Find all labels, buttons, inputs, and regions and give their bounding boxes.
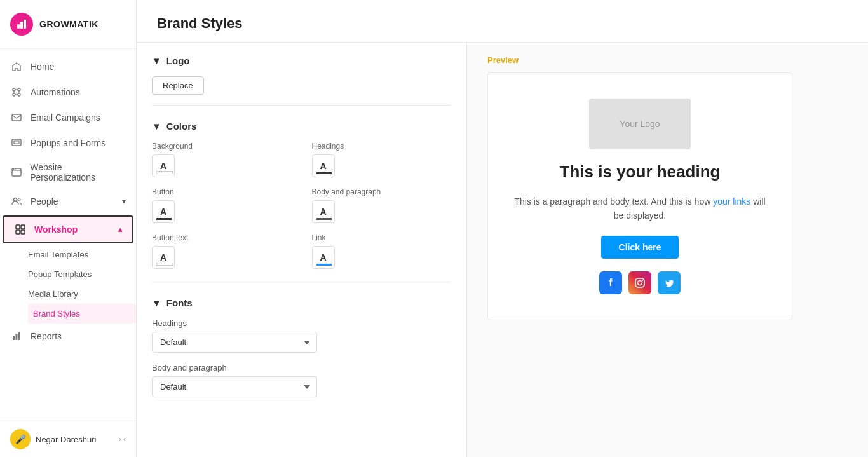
popup-icon bbox=[10, 137, 23, 149]
workshop-chevron: ▴ bbox=[118, 225, 122, 234]
para-link[interactable]: your links bbox=[713, 196, 750, 207]
colors-section-header[interactable]: ▼ Colors bbox=[152, 121, 451, 132]
preview-para: This is a paragraph and body text. And t… bbox=[508, 194, 771, 223]
fonts-section-header[interactable]: ▼ Fonts bbox=[152, 297, 451, 308]
svg-point-5 bbox=[13, 93, 15, 96]
user-footer[interactable]: 🎤 Negar Dareshuri › ‹ bbox=[0, 421, 136, 457]
color-item-link: Link A bbox=[312, 233, 452, 269]
logo-arrow: ▼ bbox=[152, 55, 161, 66]
sidebar-nav: Home Automations Email Campaigns Popups … bbox=[0, 49, 136, 421]
twitter-icon[interactable] bbox=[658, 271, 681, 294]
website-icon bbox=[10, 166, 22, 179]
sidebar-item-website-personalizations[interactable]: Website Personalizations bbox=[0, 156, 136, 189]
workshop-label: Workshop bbox=[34, 224, 78, 235]
body-para-swatch[interactable]: A bbox=[312, 200, 335, 223]
popups-forms-label: Popups and Forms bbox=[31, 138, 105, 148]
svg-rect-19 bbox=[13, 336, 15, 340]
svg-rect-22 bbox=[635, 278, 644, 287]
body-font-select[interactable]: Default bbox=[152, 376, 317, 397]
main-content: Brand Styles ▼ Logo Replace ▼ Colors bbox=[137, 0, 868, 457]
sidebar-item-popup-templates[interactable]: Popup Templates bbox=[28, 264, 136, 284]
fonts-section-title: Fonts bbox=[166, 297, 193, 308]
content-area: ▼ Logo Replace ▼ Colors Background A bbox=[137, 43, 868, 457]
body-font-label: Body and paragraph bbox=[152, 363, 451, 372]
people-icon bbox=[10, 195, 23, 208]
sidebar-item-popups-forms[interactable]: Popups and Forms bbox=[0, 130, 136, 156]
preview-cta-button[interactable]: Click here bbox=[601, 236, 679, 259]
settings-panel: ▼ Logo Replace ▼ Colors Background A bbox=[137, 43, 467, 457]
sidebar-item-email-campaigns[interactable]: Email Campaigns bbox=[0, 105, 136, 130]
svg-rect-9 bbox=[14, 141, 19, 144]
fonts-section: ▼ Fonts Headings Default Body and paragr… bbox=[152, 297, 451, 397]
page-title: Brand Styles bbox=[157, 15, 848, 32]
workshop-icon bbox=[14, 223, 27, 236]
fonts-arrow: ▼ bbox=[152, 297, 161, 308]
reports-icon bbox=[10, 330, 23, 343]
avatar: 🎤 bbox=[10, 429, 31, 449]
color-item-background: Background A bbox=[152, 142, 292, 177]
svg-rect-21 bbox=[18, 332, 20, 340]
facebook-icon[interactable]: f bbox=[599, 271, 622, 294]
instagram-icon[interactable] bbox=[628, 271, 651, 294]
svg-rect-1 bbox=[20, 22, 23, 29]
svg-point-6 bbox=[18, 93, 20, 96]
preview-heading: This is your heading bbox=[560, 162, 721, 182]
workshop-submenu: Email Templates Popup Templates Media Li… bbox=[0, 245, 136, 324]
preview-card: Your Logo This is your heading This is a… bbox=[487, 72, 792, 320]
svg-rect-2 bbox=[24, 20, 26, 29]
colors-section-title: Colors bbox=[166, 121, 197, 132]
media-library-label: Media Library bbox=[28, 289, 78, 299]
sidebar-item-media-library[interactable]: Media Library bbox=[28, 284, 136, 304]
headings-font-select[interactable]: Default bbox=[152, 332, 317, 353]
automations-icon bbox=[10, 86, 23, 99]
sidebar: GROWMATIK Home Automations Email Campaig… bbox=[0, 0, 137, 457]
body-para-label: Body and paragraph bbox=[312, 188, 452, 196]
svg-point-12 bbox=[15, 169, 16, 170]
headings-swatch[interactable]: A bbox=[312, 154, 335, 177]
sidebar-item-brand-styles[interactable]: Brand Styles bbox=[28, 304, 136, 324]
headings-font-label: Headings bbox=[152, 318, 451, 328]
svg-rect-18 bbox=[21, 230, 25, 234]
preview-label: Preview bbox=[487, 55, 848, 65]
svg-rect-8 bbox=[12, 139, 21, 146]
body-font-item: Body and paragraph Default bbox=[152, 363, 451, 397]
background-swatch[interactable]: A bbox=[152, 154, 175, 177]
colors-grid: Background A Headings A Button A bbox=[152, 142, 451, 269]
svg-rect-15 bbox=[16, 225, 20, 229]
people-label: People bbox=[31, 196, 58, 207]
svg-rect-7 bbox=[12, 114, 21, 121]
sidebar-item-reports[interactable]: Reports bbox=[0, 324, 136, 349]
button-color-label: Button bbox=[152, 188, 292, 196]
svg-point-13 bbox=[14, 198, 17, 201]
sidebar-item-workshop[interactable]: Workshop ▴ bbox=[3, 215, 133, 243]
app-name: GROWMATIK bbox=[39, 19, 98, 29]
background-label: Background bbox=[152, 142, 292, 151]
link-swatch[interactable]: A bbox=[312, 246, 335, 269]
svg-point-11 bbox=[13, 169, 14, 170]
svg-rect-0 bbox=[17, 24, 20, 29]
button-swatch[interactable]: A bbox=[152, 200, 175, 223]
email-campaigns-label: Email Campaigns bbox=[31, 113, 100, 123]
sidebar-item-people[interactable]: People ▾ bbox=[0, 189, 136, 214]
preview-social: f bbox=[599, 271, 681, 294]
sidebar-item-home[interactable]: Home bbox=[0, 54, 136, 79]
logo-section-header[interactable]: ▼ Logo bbox=[152, 55, 451, 66]
website-personalizations-label: Website Personalizations bbox=[30, 162, 126, 182]
preview-logo: Your Logo bbox=[589, 99, 691, 149]
sidebar-item-automations[interactable]: Automations bbox=[0, 79, 136, 105]
preview-panel: Preview Your Logo This is your heading T… bbox=[467, 43, 868, 457]
footer-arrows-icon: › ‹ bbox=[119, 435, 126, 444]
color-item-btn-text: Button text A bbox=[152, 233, 292, 269]
svg-rect-17 bbox=[16, 230, 20, 234]
logo-section: ▼ Logo Replace bbox=[152, 55, 451, 106]
headings-color-label: Headings bbox=[312, 142, 452, 151]
page-header: Brand Styles bbox=[137, 0, 868, 43]
sidebar-item-email-templates[interactable]: Email Templates bbox=[28, 245, 136, 264]
color-item-body-para: Body and paragraph A bbox=[312, 188, 452, 223]
color-item-button: Button A bbox=[152, 188, 292, 223]
svg-point-23 bbox=[638, 280, 642, 285]
replace-logo-button[interactable]: Replace bbox=[152, 76, 204, 95]
automations-label: Automations bbox=[31, 87, 80, 97]
email-icon bbox=[10, 111, 23, 124]
btn-text-swatch[interactable]: A bbox=[152, 246, 175, 269]
